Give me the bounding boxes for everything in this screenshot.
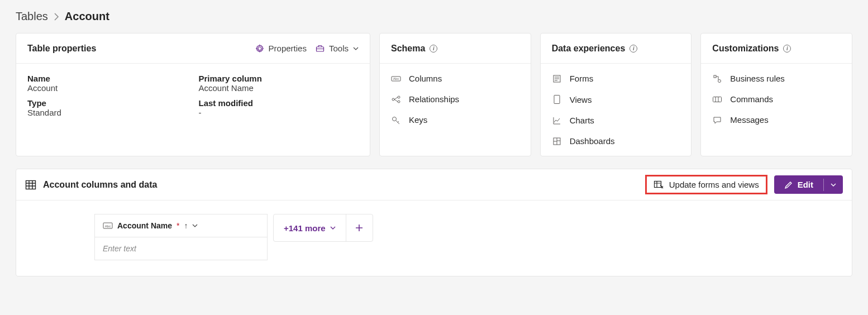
schema-card: Schema i Abc Columns bbox=[379, 33, 531, 156]
svg-text:Abc: Abc bbox=[393, 77, 399, 80]
chevron-right-icon bbox=[54, 13, 59, 21]
update-forms-views-button[interactable]: Update forms and views bbox=[645, 175, 767, 194]
columns-data-section: Account columns and data Update forms an… bbox=[16, 169, 852, 276]
prop-type-label: Type bbox=[27, 98, 188, 108]
messages-icon bbox=[712, 116, 722, 125]
breadcrumb-current: Account bbox=[65, 10, 109, 23]
prop-primary-value: Account Name bbox=[199, 83, 359, 93]
charts-icon bbox=[552, 116, 562, 125]
svg-rect-12 bbox=[713, 97, 722, 102]
properties-button[interactable]: Properties bbox=[255, 44, 307, 53]
edit-button-label: Edit bbox=[798, 180, 813, 189]
sort-asc-icon: ↑ bbox=[184, 221, 188, 230]
edit-button-split[interactable] bbox=[823, 179, 843, 191]
commands-link[interactable]: Commands bbox=[712, 94, 841, 104]
table-grid-icon bbox=[25, 180, 36, 190]
add-column-button[interactable] bbox=[346, 214, 373, 241]
prop-modified-label: Last modified bbox=[199, 98, 359, 108]
prop-name-label: Name bbox=[27, 74, 188, 83]
chevron-down-icon bbox=[330, 226, 336, 230]
more-columns-label: +141 more bbox=[284, 223, 326, 233]
forms-label: Forms bbox=[570, 74, 594, 83]
chevron-down-icon[interactable] bbox=[192, 224, 198, 227]
data-section-title: Account columns and data bbox=[43, 180, 157, 190]
gear-icon bbox=[255, 44, 264, 53]
prop-primary-label: Primary column bbox=[199, 74, 359, 83]
views-label: Views bbox=[570, 95, 592, 104]
properties-button-label: Properties bbox=[269, 44, 307, 53]
dashboards-label: Dashboards bbox=[570, 136, 615, 146]
toolbox-icon bbox=[316, 44, 325, 53]
tools-button[interactable]: Tools bbox=[316, 44, 359, 53]
messages-link[interactable]: Messages bbox=[712, 115, 841, 125]
prop-type-value: Standard bbox=[27, 108, 188, 117]
table-properties-card: Table properties Properties Tools bbox=[16, 33, 370, 156]
schema-relationships-label: Relationships bbox=[409, 94, 459, 104]
schema-relationships-link[interactable]: Relationships bbox=[391, 94, 519, 104]
svg-rect-10 bbox=[714, 75, 716, 78]
update-button-label: Update forms and views bbox=[669, 180, 759, 189]
views-icon bbox=[552, 94, 562, 104]
customizations-card: Customizations i Business rules bbox=[700, 33, 852, 156]
svg-point-5 bbox=[398, 101, 400, 103]
chevron-down-icon bbox=[353, 47, 359, 50]
charts-link[interactable]: Charts bbox=[552, 116, 680, 125]
columns-icon: Abc bbox=[391, 75, 401, 83]
breadcrumb: Tables Account bbox=[16, 10, 852, 23]
card-title-properties: Table properties bbox=[27, 44, 96, 54]
data-experiences-card: Data experiences i Forms bbox=[540, 33, 692, 156]
column-header-account-name[interactable]: Abc Account Name * ↑ bbox=[94, 214, 268, 237]
tools-button-label: Tools bbox=[329, 44, 349, 53]
relationships-icon bbox=[391, 95, 401, 104]
data-cell-input[interactable]: Enter text bbox=[94, 237, 268, 260]
business-rules-link[interactable]: Business rules bbox=[712, 74, 841, 83]
edit-button[interactable]: Edit bbox=[774, 175, 843, 194]
svg-rect-13 bbox=[26, 180, 36, 189]
prop-modified-value: - bbox=[199, 108, 359, 117]
card-title-schema: Schema bbox=[391, 44, 425, 54]
dashboards-link[interactable]: Dashboards bbox=[552, 136, 680, 146]
card-title-custom: Customizations bbox=[712, 44, 779, 54]
svg-text:Abc: Abc bbox=[105, 225, 111, 228]
messages-label: Messages bbox=[730, 115, 768, 125]
schema-columns-label: Columns bbox=[409, 74, 442, 83]
views-link[interactable]: Views bbox=[552, 94, 680, 104]
svg-point-6 bbox=[393, 117, 397, 121]
charts-label: Charts bbox=[570, 116, 594, 125]
schema-keys-label: Keys bbox=[409, 115, 427, 125]
commands-label: Commands bbox=[730, 94, 773, 104]
svg-rect-14 bbox=[654, 181, 661, 187]
business-rules-icon bbox=[712, 74, 722, 83]
required-indicator: * bbox=[177, 221, 179, 230]
forms-link[interactable]: Forms bbox=[552, 74, 680, 83]
more-columns-button[interactable]: +141 more bbox=[274, 214, 346, 241]
info-icon[interactable]: i bbox=[783, 45, 791, 52]
schema-columns-link[interactable]: Abc Columns bbox=[391, 74, 519, 83]
schema-keys-link[interactable]: Keys bbox=[391, 115, 519, 125]
breadcrumb-root[interactable]: Tables bbox=[16, 10, 48, 23]
column-header-label: Account Name bbox=[117, 221, 172, 230]
svg-point-3 bbox=[392, 98, 394, 101]
card-title-data-exp: Data experiences bbox=[552, 44, 626, 54]
update-icon bbox=[654, 180, 664, 189]
svg-rect-8 bbox=[554, 96, 560, 104]
svg-point-4 bbox=[398, 96, 400, 98]
dashboards-icon bbox=[552, 137, 562, 146]
text-field-icon: Abc bbox=[103, 222, 113, 229]
commands-icon bbox=[712, 96, 722, 103]
prop-name-value: Account bbox=[27, 83, 188, 93]
pencil-icon bbox=[784, 180, 793, 189]
svg-point-11 bbox=[718, 79, 721, 82]
info-icon[interactable]: i bbox=[430, 45, 437, 52]
business-rules-label: Business rules bbox=[730, 74, 785, 83]
keys-icon bbox=[391, 116, 401, 125]
forms-icon bbox=[552, 74, 562, 83]
info-icon[interactable]: i bbox=[629, 45, 637, 52]
